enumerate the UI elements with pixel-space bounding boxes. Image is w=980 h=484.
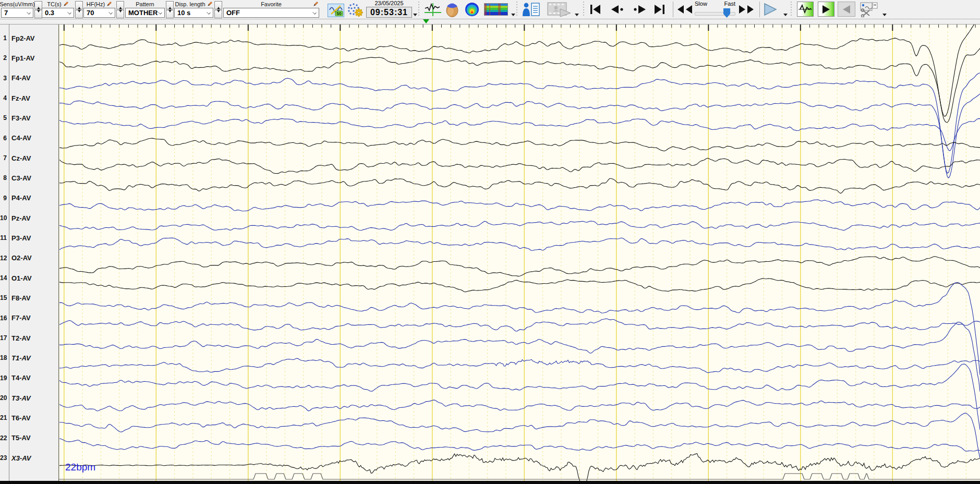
arrow-up-icon: [217, 4, 220, 9]
hf-step-down-button[interactable]: [116, 10, 124, 18]
channel-row[interactable]: 10Pz-AV: [0, 213, 58, 223]
sens-dropdown[interactable]: 7: [1, 8, 33, 18]
more-arrow[interactable]: [882, 14, 887, 16]
sens-step-up-button[interactable]: [34, 1, 42, 9]
topo-map-icon: [464, 2, 480, 17]
channel-row[interactable]: 16F7-AV: [0, 313, 58, 323]
review-play-button[interactable]: [818, 2, 834, 17]
step-back-icon: [609, 3, 625, 16]
more-arrow[interactable]: [783, 14, 788, 16]
channel-row[interactable]: 15F8-AV: [0, 293, 58, 302]
skip-to-end-button[interactable]: [653, 2, 667, 17]
tc-step-up-button[interactable]: [75, 1, 83, 9]
clip-cut-button[interactable]: [858, 2, 879, 17]
step-forward-button[interactable]: [632, 2, 648, 17]
montage-settings-button[interactable]: [346, 2, 363, 17]
pencil-icon[interactable]: [313, 1, 319, 7]
channel-row[interactable]: 14O1-AV: [0, 273, 58, 283]
display-length-step-down-button[interactable]: [214, 10, 222, 18]
play-button[interactable]: [763, 2, 778, 17]
channel-label: X3-AV: [11, 454, 31, 462]
channel-row[interactable]: 19T4-AV: [0, 373, 58, 383]
review-back-button: [838, 2, 855, 17]
channel-number: 1: [0, 34, 7, 42]
channel-row[interactable]: 23X3-AV: [0, 453, 58, 463]
hf-dropdown[interactable]: 70: [83, 8, 115, 18]
fast-forward-button[interactable]: [737, 2, 755, 17]
rewind-button[interactable]: [676, 2, 694, 17]
review-play-icon: [820, 4, 832, 15]
pencil-icon[interactable]: [63, 1, 69, 7]
date-label: 23/05/2025: [366, 0, 412, 7]
pattern-label: Pattern: [125, 1, 165, 7]
sens-step-down-button[interactable]: [34, 10, 42, 18]
channel-number: 16: [0, 314, 7, 322]
patient-report-icon: [522, 2, 540, 17]
topo-map-button[interactable]: [464, 2, 480, 17]
patient-report-button[interactable]: [522, 2, 540, 17]
tc-group: TC(s) 0.3: [42, 1, 74, 18]
channel-row[interactable]: 2Fp1-AV: [0, 53, 58, 63]
tc-dropdown[interactable]: 0.3: [42, 8, 74, 18]
display-length-dropdown[interactable]: 10 s: [174, 8, 213, 18]
more-arrow[interactable]: [413, 14, 417, 16]
review-wave-button[interactable]: [797, 2, 814, 17]
separator: [583, 2, 584, 17]
more-arrow[interactable]: [511, 14, 515, 16]
notch-filter-button[interactable]: 50: [328, 4, 344, 17]
eeg-cursor-button[interactable]: [424, 2, 442, 17]
pencil-icon[interactable]: [207, 1, 213, 7]
channel-label: C3-AV: [11, 174, 31, 182]
sens-group: Sens(uV/mm) 7: [1, 1, 33, 18]
channel-number: 18: [0, 354, 7, 361]
notch-50-icon: 50: [329, 5, 343, 16]
display-length-value: 10 s: [177, 9, 190, 17]
step-back-button[interactable]: [609, 2, 625, 17]
channel-row[interactable]: 8C3-AV: [0, 173, 58, 183]
channel-row[interactable]: 7Cz-AV: [0, 153, 58, 163]
head-map-button[interactable]: [444, 2, 460, 17]
favorite-dropdown[interactable]: OFF: [223, 8, 319, 18]
channel-row[interactable]: 6C4-AV: [0, 134, 58, 143]
channel-row[interactable]: 21T6-AV: [0, 413, 58, 422]
channel-row[interactable]: 12O2-AV: [0, 253, 58, 263]
pattern-step-down-button[interactable]: [166, 10, 174, 18]
more-arrow[interactable]: [575, 14, 579, 16]
channel-row[interactable]: 9P4-AV: [0, 193, 58, 203]
speed-slider-thumb[interactable]: [723, 8, 730, 18]
play-icon: [763, 2, 778, 17]
channel-number: 3: [0, 75, 7, 82]
skip-to-start-button[interactable]: [588, 2, 602, 17]
pattern-step-up-button[interactable]: [166, 1, 174, 9]
display-length-step-up-button[interactable]: [214, 1, 222, 9]
channel-row[interactable]: 20T3-AV: [0, 393, 58, 403]
channel-row[interactable]: 22T5-AV: [0, 433, 58, 443]
channel-row[interactable]: 3F4-AV: [0, 74, 58, 83]
channel-row[interactable]: 4Fz-AV: [0, 93, 58, 103]
channel-row[interactable]: 17T2-AV: [0, 333, 58, 343]
display-length-stepper: [214, 1, 222, 18]
channel-label: T4-AV: [11, 374, 31, 382]
panel-divider: [9, 24, 9, 481]
tc-step-down-button[interactable]: [75, 10, 83, 18]
chevron-down-icon: [109, 11, 113, 15]
separator: [673, 2, 673, 17]
channel-number: 12: [0, 255, 7, 262]
channel-row[interactable]: 11P3-AV: [0, 233, 58, 243]
favorite-group: Favorite OFF: [223, 1, 319, 18]
hf-step-up-button[interactable]: [116, 1, 124, 9]
channel-row[interactable]: 1Fp2-AV: [0, 33, 58, 43]
channel-label: Fp1-AV: [11, 54, 35, 62]
pattern-dropdown[interactable]: MOTHER: [125, 8, 165, 18]
pencil-icon[interactable]: [106, 1, 112, 7]
channel-row[interactable]: 18T1-AV: [0, 353, 58, 362]
spectrogram-button[interactable]: [484, 2, 508, 17]
arrow-down-icon: [119, 10, 122, 16]
position-marker[interactable]: [423, 19, 429, 23]
separator: [759, 2, 760, 17]
eeg-trace-area[interactable]: [58, 24, 980, 481]
step-forward-icon: [632, 3, 648, 16]
channel-label: Cz-AV: [11, 154, 31, 162]
channel-row[interactable]: 5F3-AV: [0, 113, 58, 123]
video-icon: [547, 2, 572, 17]
